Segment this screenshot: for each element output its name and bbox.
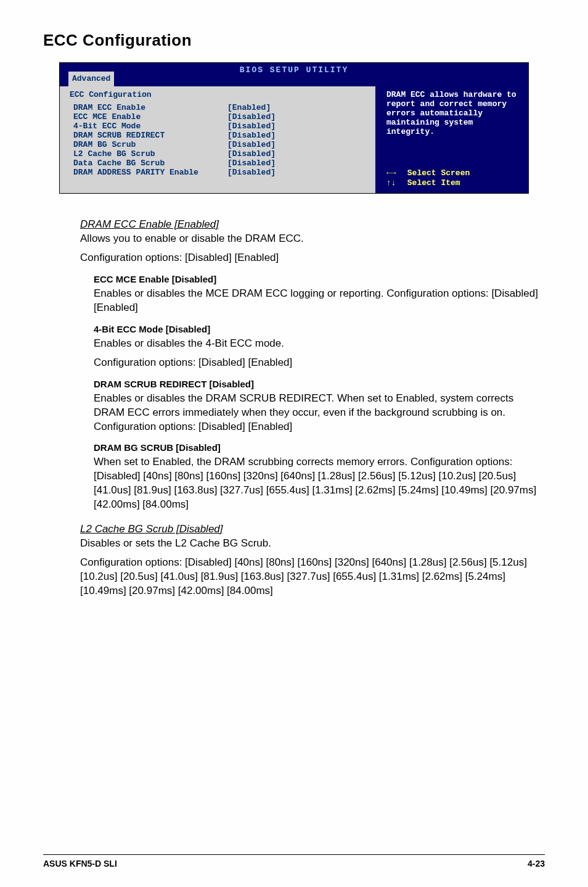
bios-row: DRAM BG Scrub [Disabled] xyxy=(73,140,369,149)
footer-product: ASUS KFN5-D SLI xyxy=(43,859,117,868)
bios-header: BIOS SETUP UTILITY Advanced xyxy=(60,63,528,86)
bios-help-text: DRAM ECC allows hardware to report and c… xyxy=(386,90,522,136)
bios-row-label: ECC MCE Enable xyxy=(73,112,227,122)
page-footer: ASUS KFN5-D SLI 4-23 xyxy=(43,854,545,868)
option-bg-scrub-desc: When set to Enabled, the DRAM scrubbing … xyxy=(94,455,539,512)
bios-row-label: Data Cache BG Scrub xyxy=(73,159,227,168)
bios-row: ECC MCE Enable [Disabled] xyxy=(73,112,369,122)
option-4bit-ecc-desc1: Enables or disables the 4-Bit ECC mode. xyxy=(94,337,539,351)
option-l2-cache-desc1: Disables or sets the L2 Cache BG Scrub. xyxy=(80,537,539,551)
footer-page-number: 4-23 xyxy=(528,859,545,868)
bios-row: DRAM SCRUB REDIRECT [Disabled] xyxy=(73,131,369,140)
option-4bit-ecc-desc2: Configuration options: [Disabled] [Enabl… xyxy=(94,356,539,370)
bios-row-value: [Disabled] xyxy=(227,159,276,168)
bios-tab-advanced: Advanced xyxy=(68,72,114,86)
option-bg-scrub-title: DRAM BG SCRUB [Disabled] xyxy=(94,442,539,453)
bios-header-title: BIOS SETUP UTILITY xyxy=(60,63,528,76)
option-l2-cache-title: L2 Cache BG Scrub [Disabled] xyxy=(80,523,539,535)
bios-row-label: DRAM SCRUB REDIRECT xyxy=(73,131,227,140)
bios-row-label: L2 Cache BG Scrub xyxy=(73,149,227,159)
option-scrub-redirect-title: DRAM SCRUB REDIRECT [Disabled] xyxy=(94,379,539,389)
bios-row-value: [Disabled] xyxy=(227,140,276,149)
option-dram-ecc-enable-desc: Allows you to enable or disable the DRAM… xyxy=(80,232,539,246)
bios-row-label: DRAM ECC Enable xyxy=(73,103,227,112)
bios-row-value: [Disabled] xyxy=(227,131,276,140)
bios-row: DRAM ADDRESS PARITY Enable [Disabled] xyxy=(73,168,369,177)
bios-row: 4-Bit ECC Mode [Disabled] xyxy=(73,122,369,131)
option-l2-cache-desc2: Configuration options: [Disabled] [40ns]… xyxy=(80,556,539,598)
bios-row-label: 4-Bit ECC Mode xyxy=(73,122,227,131)
bios-row: DRAM ECC Enable [Enabled] xyxy=(73,103,369,112)
arrow-up-down-icon: ↑↓ xyxy=(386,178,402,188)
bios-row: L2 Cache BG Scrub [Disabled] xyxy=(73,149,369,159)
nav-select-screen: Select Screen xyxy=(407,168,470,178)
bios-left-panel: ECC Configuration DRAM ECC Enable [Enabl… xyxy=(60,86,375,193)
option-ecc-mce-desc: Enables or disables the MCE DRAM ECC log… xyxy=(94,287,539,315)
bios-nav: ←→ Select Screen ↑↓ Select Item xyxy=(386,168,470,188)
arrow-left-right-icon: ←→ xyxy=(386,168,402,178)
bios-row-value: [Enabled] xyxy=(227,103,271,112)
bios-row-value: [Disabled] xyxy=(227,122,276,131)
option-4bit-ecc-title: 4-Bit ECC Mode [Disabled] xyxy=(94,324,539,334)
content-body: DRAM ECC Enable [Enabled] Allows you to … xyxy=(43,218,545,598)
nav-select-item: Select Item xyxy=(407,178,460,188)
bios-right-panel: DRAM ECC allows hardware to report and c… xyxy=(375,86,528,193)
bios-row: Data Cache BG Scrub [Disabled] xyxy=(73,159,369,168)
bios-row-value: [Disabled] xyxy=(227,149,276,159)
bios-row-label: DRAM BG Scrub xyxy=(73,140,227,149)
bios-row-value: [Disabled] xyxy=(227,168,276,177)
bios-screenshot: BIOS SETUP UTILITY Advanced ECC Configur… xyxy=(59,62,529,194)
bios-row-label: DRAM ADDRESS PARITY Enable xyxy=(73,168,227,177)
bios-row-value: [Disabled] xyxy=(227,112,276,122)
option-scrub-redirect-desc: Enables or disables the DRAM SCRUB REDIR… xyxy=(94,392,539,434)
section-title: ECC Configuration xyxy=(43,31,545,50)
option-dram-ecc-enable-config: Configuration options: [Disabled] [Enabl… xyxy=(80,251,539,265)
option-ecc-mce-title: ECC MCE Enable [Disabled] xyxy=(94,274,539,284)
bios-panel-heading: ECC Configuration xyxy=(70,90,369,99)
option-dram-ecc-enable-title: DRAM ECC Enable [Enabled] xyxy=(80,218,539,231)
